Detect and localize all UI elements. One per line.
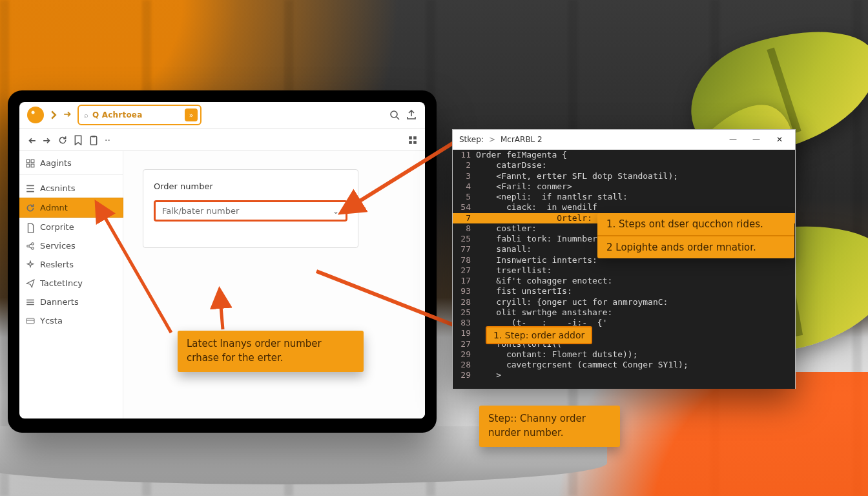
code-line[interactable]: 29 contant: Flomert dutste)); [453, 349, 795, 360]
code-line[interactable]: 93 fist unstertIs: [453, 286, 795, 296]
breadcrumb-a[interactable]: Stkep: [459, 135, 484, 144]
line-text: > [476, 370, 501, 380]
grid-icon[interactable] [408, 135, 417, 144]
sidebar: Aagints Acsnints Admnt Corprite [19, 151, 123, 418]
svg-point-0 [391, 111, 397, 118]
document-icon [26, 223, 35, 232]
code-line[interactable]: 54 ciack: in wendilf [453, 202, 795, 212]
line-number: 28 [453, 297, 476, 307]
bookmark-icon[interactable] [74, 135, 83, 144]
code-line[interactable]: 4 <Faril: conmer> [453, 181, 795, 192]
code-line[interactable]: 28 cavetrgcrsent (cammect Conger SY1l); [453, 360, 795, 370]
line-number: 93 [453, 286, 476, 296]
line-text: sanall: [476, 244, 532, 254]
sidebar-item-label: Acsnints [40, 183, 76, 193]
laptop-screen: ⌕ Q Achrtoea » ·· [8, 90, 437, 433]
line-text: cryill: {onger uct for anmroymanC: [476, 297, 668, 307]
line-number: 25 [453, 307, 476, 318]
go-button[interactable]: » [185, 108, 198, 121]
content-area: Aagints Acsnints Admnt Corprite [19, 151, 425, 418]
breadcrumb-b[interactable]: McrARBL 2 [501, 135, 542, 144]
card-title: Order number [154, 181, 347, 191]
line-number: 19 [453, 328, 476, 338]
laptop: ⌕ Q Achrtoea » ·· [0, 90, 446, 491]
refresh-icon[interactable] [58, 135, 67, 144]
sidebar-item-reslerts[interactable]: Reslerts [19, 255, 123, 274]
code-line[interactable]: 5 <nepli: if nantlsr stall: [453, 192, 795, 202]
svg-rect-5 [409, 141, 412, 144]
main-panel: Order number Falk/bater number ⌄ [123, 151, 425, 418]
sidebar-item-label: TactetIncy [40, 278, 83, 288]
chevron-down-icon: ⌄ [333, 207, 339, 216]
line-number: 4 [453, 181, 476, 192]
line-number: 29 [453, 370, 476, 380]
order-card: Order number Falk/bater number ⌄ [143, 169, 358, 248]
line-number: 28 [453, 360, 476, 370]
line-text: costler: [476, 223, 537, 234]
code-line[interactable]: 2 catarDsse: [453, 160, 795, 170]
svg-rect-7 [26, 160, 30, 163]
address-bar[interactable]: ⌕ Q Achrtoea » [78, 105, 202, 125]
line-text: Ortelr: HAB [476, 213, 612, 223]
list-icon [26, 298, 35, 307]
sidebar-item-label: Aagints [40, 158, 72, 168]
code-line[interactable]: 3 <Fannt, ertter SFL dotp Standoatil); [453, 171, 795, 181]
line-text: contant: Flomert dutste)); [476, 349, 637, 360]
svg-rect-6 [413, 141, 417, 144]
sidebar-item-ycsta[interactable]: Ycsta [19, 311, 123, 330]
grid-icon [26, 159, 35, 168]
sidebar-item-tactetincy[interactable]: TactetIncy [19, 274, 123, 293]
line-number: 3 [453, 171, 476, 181]
search-icon[interactable] [389, 109, 400, 121]
line-number: 25 [453, 234, 476, 244]
chevron-right-icon[interactable] [49, 110, 58, 119]
share-icon[interactable] [406, 109, 417, 121]
callout-line: nurder number. [488, 426, 611, 440]
sidebar-item-services[interactable]: Services [19, 236, 123, 255]
svg-rect-3 [409, 136, 412, 140]
code-line[interactable]: 27 trserllist: [453, 265, 795, 276]
arrow-forward-icon[interactable] [63, 110, 72, 119]
line-number: 27 [453, 265, 476, 276]
line-number: 54 [453, 202, 476, 212]
sidebar-item-label: Admnt [40, 203, 68, 212]
code-body[interactable]: 11Order feIMagenta {2 catarDsse:3 <Fannt… [453, 150, 795, 389]
callout-step-row: 2 Lopighte ands order mnatior. [597, 235, 794, 258]
callout-chip: 1. Step: order addor [486, 326, 592, 344]
order-select[interactable]: Falk/bater number ⌄ [154, 200, 347, 222]
code-line[interactable]: 11Order feIMagenta { [453, 150, 795, 160]
code-line[interactable]: 17 &if't cohagger enotect: [453, 276, 795, 286]
app-logo [27, 107, 44, 123]
refresh-icon [26, 203, 35, 212]
line-number: 7 [453, 213, 476, 223]
code-editor-window: Stkep: > McrARBL 2 — — ✕ 11Order feIMage… [452, 129, 796, 389]
sidebar-item-aagints[interactable]: Aagints [19, 154, 123, 175]
svg-rect-10 [31, 164, 34, 167]
sidebar-item-label: Ycsta [40, 316, 63, 326]
clipboard-icon[interactable] [89, 135, 98, 144]
sidebar-item-corprite[interactable]: Corprite [19, 218, 123, 236]
sidebar-item-acsnints[interactable]: Acsnints [19, 179, 123, 198]
code-line[interactable]: 25 olit swrthge anstshare: [453, 307, 795, 318]
line-text: fabli tork: Inumnber- [476, 234, 603, 244]
svg-rect-1 [90, 136, 96, 145]
code-line[interactable]: 28 cryill: {onger uct for anmroymanC: [453, 297, 795, 307]
line-text: olit swrthge anstshare: [476, 307, 612, 318]
more-icon[interactable]: ·· [105, 135, 114, 144]
minimize-button[interactable]: — [724, 133, 742, 146]
code-line[interactable]: 29 > [453, 370, 795, 380]
forward-icon[interactable] [43, 135, 52, 144]
callout-bottom: Step:: Channy order nurder number. [479, 406, 620, 447]
svg-rect-4 [413, 136, 417, 140]
line-text: <nepli: if nantlsr stall: [476, 192, 628, 202]
back-icon[interactable] [27, 135, 36, 144]
select-value: Falk/bater number [162, 206, 239, 216]
sidebar-item-admnt[interactable]: Admnt [19, 198, 123, 218]
minimize-button[interactable]: — [747, 133, 765, 146]
line-text: &if't cohagger enotect: [476, 276, 612, 286]
line-number: 77 [453, 244, 476, 254]
sidebar-item-dannerts[interactable]: Dannerts [19, 293, 123, 311]
line-number: 2 [453, 160, 476, 170]
svg-rect-8 [31, 160, 34, 163]
close-button[interactable]: ✕ [770, 133, 789, 146]
